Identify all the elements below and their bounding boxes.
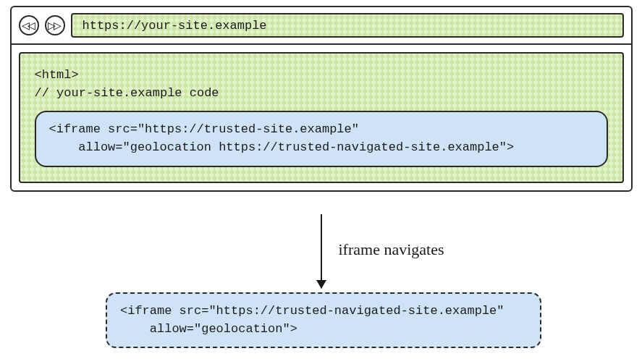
page-viewport: <html> // your-site.example code <iframe… [19,52,624,183]
back-button[interactable]: ◁◁ [19,15,39,35]
navigation-arrow [321,214,322,288]
code-line: <iframe src="https://trusted-navigated-s… [120,304,504,318]
rewind-icon: ◁◁ [22,20,33,30]
code-line: allow="geolocation https://trusted-navig… [49,140,515,154]
iframe-before: <iframe src="https://trusted-site.exampl… [35,111,608,166]
code-line: // your-site.example code [35,86,219,100]
code-line: allow="geolocation"> [120,322,297,336]
code-line: <iframe src="https://trusted-site.exampl… [49,122,359,136]
address-bar-url: https://your-site.example [83,19,267,33]
browser-window: ◁◁ ▷▷ https://your-site.example <html> /… [10,6,633,192]
browser-toolbar: ◁◁ ▷▷ https://your-site.example [12,7,631,45]
forward-button[interactable]: ▷▷ [45,15,65,35]
arrow-head-icon [316,280,326,289]
code-line: <html> [35,68,79,82]
iframe-after: <iframe src="https://trusted-navigated-s… [106,292,541,348]
address-bar[interactable]: https://your-site.example [71,13,624,38]
page-code: <html> // your-site.example code [35,67,608,102]
fastforward-icon: ▷▷ [48,20,59,30]
arrow-label: iframe navigates [339,240,444,259]
arrow-line-icon [321,214,322,288]
